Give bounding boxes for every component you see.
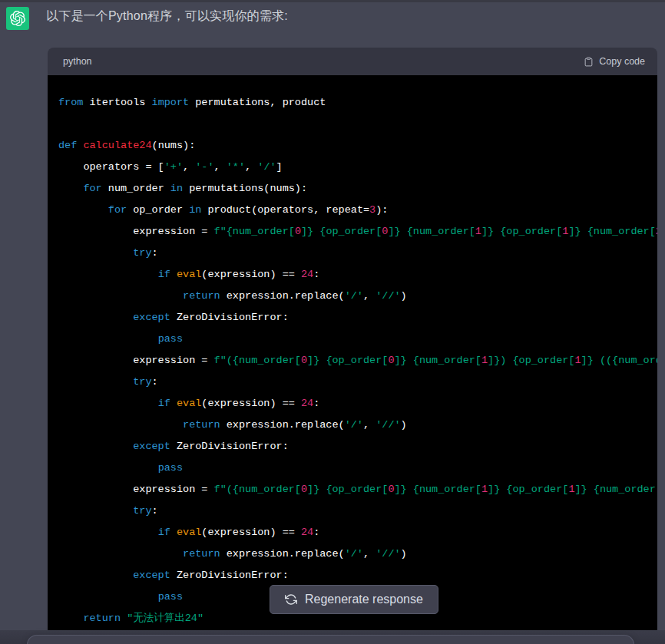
code-line: except ZeroDivisionError: xyxy=(58,436,657,457)
code-line: expression = f"({num_order[0]} {op_order… xyxy=(58,350,657,372)
code-block: python Copy code from itertools import p… xyxy=(48,48,657,630)
chat-input[interactable] xyxy=(27,635,634,644)
code-line xyxy=(58,114,657,135)
code-lines: from itertools import permutations, prod… xyxy=(58,92,657,629)
regenerate-response-button[interactable]: Regenerate response xyxy=(270,585,438,614)
regenerate-response-label: Regenerate response xyxy=(305,593,423,606)
code-line: operators = ['+', '-', '*', '/'] xyxy=(58,157,657,178)
code-line: try: xyxy=(58,500,657,522)
code-language-label: python xyxy=(63,56,92,67)
copy-code-label: Copy code xyxy=(599,56,645,67)
code-line: return expression.replace('/', '//') xyxy=(58,286,657,307)
code-line: from itertools import permutations, prod… xyxy=(58,92,657,114)
code-line: if eval(expression) == 24: xyxy=(58,522,657,543)
code-line: try: xyxy=(58,372,657,393)
code-line: except ZeroDivisionError: xyxy=(58,307,657,329)
assistant-message-text: 以下是一个Python程序，可以实现你的需求: xyxy=(46,8,288,25)
code-line: except ZeroDivisionError: xyxy=(58,565,657,586)
refresh-icon xyxy=(285,593,297,606)
code-line: if eval(expression) == 24: xyxy=(58,393,657,414)
code-line: for op_order in product(operators, repea… xyxy=(58,200,657,221)
code-line: return expression.replace('/', '//') xyxy=(58,543,657,565)
clipboard-icon xyxy=(584,56,594,68)
previous-message-edge xyxy=(0,0,665,2)
code-line: return expression.replace('/', '//') xyxy=(58,414,657,436)
code-line: expression = f"{num_order[0]} {op_order[… xyxy=(58,221,657,243)
assistant-avatar xyxy=(6,7,29,30)
code-line: pass xyxy=(58,457,657,479)
code-line: try: xyxy=(58,243,657,264)
code-line: pass xyxy=(58,329,657,350)
code-line: expression = f"({num_order[0]} {op_order… xyxy=(58,479,657,500)
code-line: for num_order in permutations(nums): xyxy=(58,178,657,200)
code-line: if eval(expression) == 24: xyxy=(58,264,657,286)
copy-code-button[interactable]: Copy code xyxy=(584,56,645,68)
code-line: def calculate24(nums): xyxy=(58,135,657,157)
code-block-header: python Copy code xyxy=(48,48,657,75)
openai-logo-icon xyxy=(10,11,25,26)
code-body: from itertools import permutations, prod… xyxy=(48,75,657,630)
